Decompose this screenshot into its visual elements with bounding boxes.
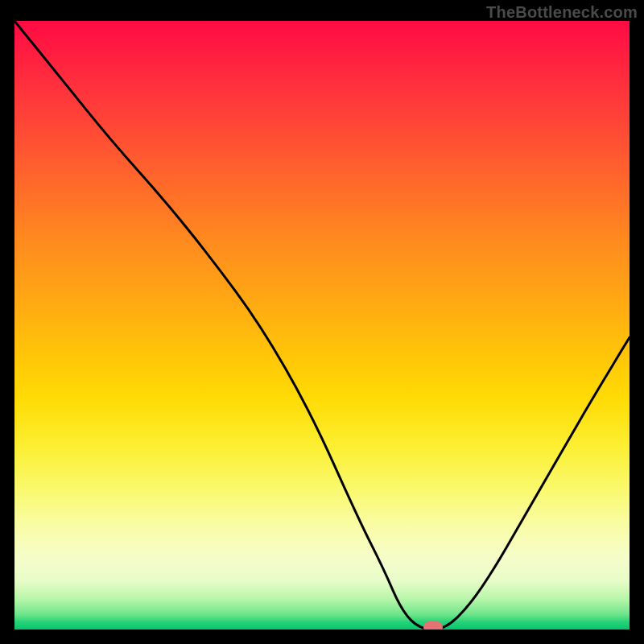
bottleneck-curve-path <box>14 21 630 630</box>
optimal-marker <box>423 621 443 630</box>
curve-svg <box>14 21 630 630</box>
watermark-text: TheBottleneck.com <box>486 3 638 22</box>
chart-container: TheBottleneck.com <box>0 0 644 644</box>
plot-area <box>14 21 630 630</box>
